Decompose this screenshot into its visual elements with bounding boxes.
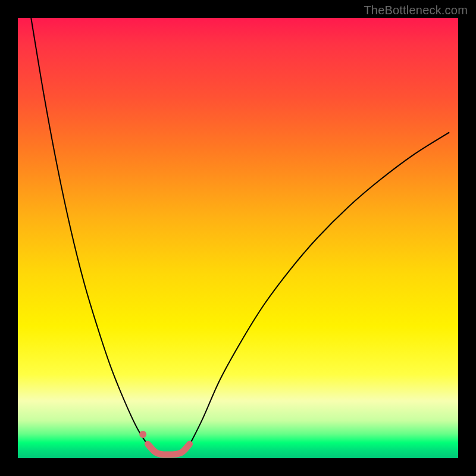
left-curve xyxy=(31,18,148,445)
curves-layer xyxy=(18,18,458,458)
valley-dot xyxy=(139,431,146,438)
watermark-text: TheBottleneck.com xyxy=(364,4,468,17)
right-curve xyxy=(190,132,450,444)
plot-area xyxy=(18,18,458,458)
chart-frame: TheBottleneck.com xyxy=(0,0,476,476)
valley-highlight xyxy=(148,444,189,455)
